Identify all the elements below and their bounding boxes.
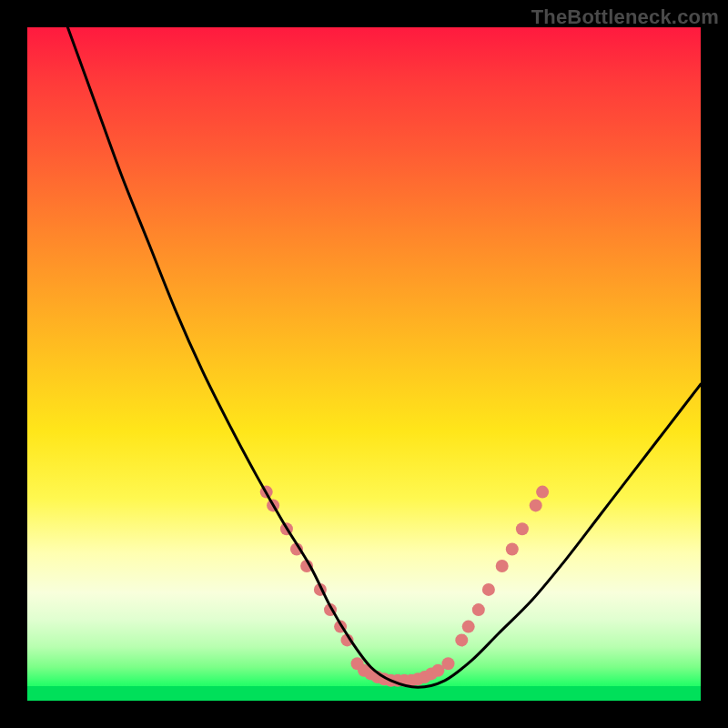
data-point-marker xyxy=(506,543,519,556)
watermark-text: TheBottleneck.com xyxy=(531,5,719,29)
data-point-markers xyxy=(260,486,549,687)
data-point-marker xyxy=(496,560,509,572)
plot-area xyxy=(27,27,701,701)
data-point-marker xyxy=(442,657,455,670)
data-point-marker xyxy=(472,603,485,616)
data-point-marker xyxy=(516,522,529,535)
data-point-marker xyxy=(462,621,475,633)
data-point-marker xyxy=(530,499,542,511)
bottleneck-curve xyxy=(67,27,701,687)
data-point-marker xyxy=(536,486,549,499)
data-point-marker xyxy=(482,583,495,596)
chart-frame: TheBottleneck.com xyxy=(0,0,728,728)
data-point-marker xyxy=(455,633,468,646)
chart-overlay xyxy=(27,27,701,701)
